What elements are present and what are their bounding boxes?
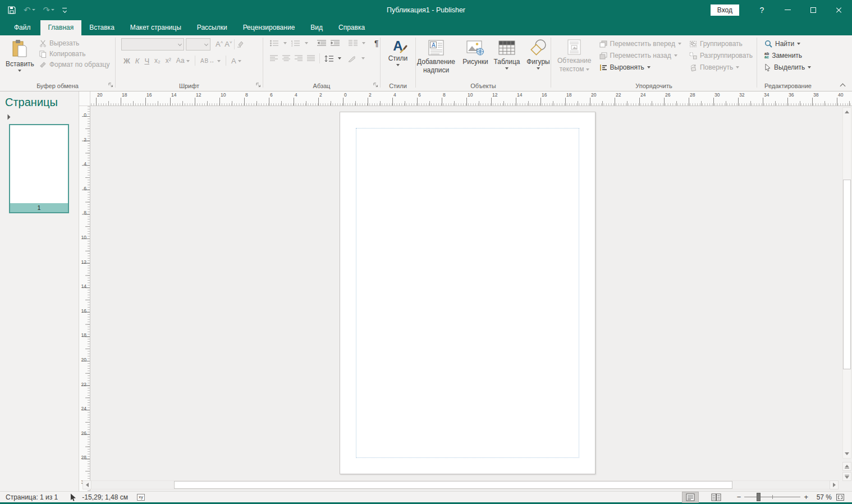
paste-button[interactable]: Вставить [2,38,38,81]
two-page-view-button[interactable] [708,492,725,503]
tab-review[interactable]: Рецензирование [235,20,303,35]
tab-help[interactable]: Справка [331,20,373,35]
copy-button: Копировать [38,49,112,58]
next-page-button[interactable] [842,472,851,481]
show-formatting-icon[interactable]: ¶ [374,39,379,48]
tab-file[interactable]: Файл [4,20,40,35]
superscript-button: x² [166,57,171,65]
collapse-pages-panel-icon[interactable] [5,114,11,120]
underline-button: Ч [144,57,149,65]
scroll-left-icon[interactable] [83,480,91,489]
group-label-objects: Объекты [470,83,496,89]
page-thumbnail[interactable]: 1 [9,124,69,213]
align-button[interactable]: Выровнять [598,63,683,72]
page-indicator[interactable]: Страница: 1 из 1 [6,493,58,501]
align-objects-icon [599,64,607,71]
vertical-scrollbar[interactable] [842,107,851,459]
clipboard-dialog-launcher-icon[interactable] [108,82,113,89]
zoom-out-icon[interactable]: − [737,493,741,501]
bring-forward-button: Переместить вперед [598,39,683,48]
character-spacing-button: АВ↔ [200,58,221,64]
zoom-in-icon[interactable]: + [804,493,808,501]
tab-home[interactable]: Главная [40,20,82,35]
save-icon[interactable] [8,6,16,14]
minimize-button[interactable] [775,0,800,20]
columns-icon [349,40,358,47]
replace-button[interactable]: abac Заменить [763,51,813,60]
grow-font-button: А˄ [216,40,223,48]
scroll-right-icon[interactable] [830,480,839,489]
group-button: Группировать [688,39,754,48]
canvas[interactable] [90,106,852,491]
single-page-view-button[interactable] [682,492,699,503]
align-center-icon [282,55,290,62]
copy-icon [39,51,47,58]
format-painter-icon [39,61,47,68]
previous-page-button[interactable] [842,462,851,471]
tab-mailings[interactable]: Рассылки [189,20,235,35]
close-button[interactable] [826,0,852,20]
align-left-icon [270,55,278,62]
horizontal-scrollbar-thumb[interactable] [174,481,732,489]
select-button[interactable]: Выделить [763,63,813,72]
page-thumbnail-preview [10,125,68,203]
object-size-indicator: xy [137,494,145,501]
styles-button[interactable]: А Стили [383,38,413,81]
group-clipboard: Вставить Вырезать Копировать Формат по о… [0,35,115,91]
styles-icon: А [393,39,402,53]
ruler-corner [79,91,90,106]
paragraph-dialog-launcher-icon[interactable] [373,82,378,89]
group-objects-icon [689,40,697,48]
group-label-clipboard: Буфер обмена [36,83,79,89]
bold-button: Ж [123,57,130,65]
zoom-slider-thumb[interactable] [757,493,761,501]
ungroup-objects-icon [689,52,697,59]
table-icon [498,39,515,56]
publication-page[interactable] [340,112,596,474]
cursor-pointer-icon [70,493,76,501]
find-button[interactable]: Найти [763,39,813,48]
tab-insert[interactable]: Вставка [81,20,122,35]
group-objects: A Добавлениенадписи Рисунки Таблица Фигу… [416,35,551,91]
tab-page-design[interactable]: Макет страницы [122,20,189,35]
cut-button: Вырезать [38,39,112,48]
shapes-button[interactable]: Фигуры [524,38,553,71]
ungroup-button: Разгруппировать [688,51,754,60]
shapes-icon [529,39,547,56]
vertical-scrollbar-thumb[interactable] [843,180,851,369]
vertical-ruler[interactable]: 024681012141618202224262830 [79,106,90,491]
collapse-ribbon-icon[interactable] [841,83,845,88]
wrap-text-icon [567,39,581,55]
group-arrange: Обтеканиетекстом Переместить вперед Пере… [551,35,757,91]
fit-page-icon[interactable] [836,494,844,501]
quick-access-toolbar: ↶ ↷ [0,5,67,15]
titlebar-controls: Вход ? [711,0,852,20]
horizontal-ruler[interactable]: 2018161412108642024681012141618202224262… [90,91,852,106]
zoom-slider-track[interactable] [744,497,800,497]
table-button[interactable]: Таблица [492,38,521,71]
svg-text:A: A [432,42,436,48]
pictures-button[interactable]: Рисунки [461,38,490,67]
align-right-icon [295,55,303,62]
help-icon[interactable]: ? [749,6,775,15]
maximize-button[interactable] [800,0,826,20]
tab-view[interactable]: Вид [303,20,331,35]
cursor-position: -15,29; 1,48 см [82,493,128,501]
zoom-level[interactable]: 57 % [813,493,832,501]
font-dialog-launcher-icon[interactable] [256,82,261,89]
bullets-icon [270,40,279,47]
sign-in-button[interactable]: Вход [711,4,739,16]
insert-textbox-button[interactable]: A Добавлениенадписи [414,38,459,76]
line-spacing-icon[interactable] [324,55,333,62]
clear-formatting-icon [236,40,244,48]
numbering-icon [291,40,300,47]
horizontal-scrollbar-track[interactable] [91,480,830,489]
publisher-window: ↶ ↷ Публикация1 - Publisher Вход ? Файл … [0,0,852,504]
customize-qat-icon[interactable] [62,8,67,12]
group-label-styles: Стили [389,83,407,89]
group-label-editing: Редактирование [764,83,812,89]
scroll-down-icon[interactable] [843,450,851,458]
scroll-up-icon[interactable] [843,108,851,116]
subscript-button: x₂ [154,57,161,65]
horizontal-scrollbar[interactable] [83,480,839,489]
